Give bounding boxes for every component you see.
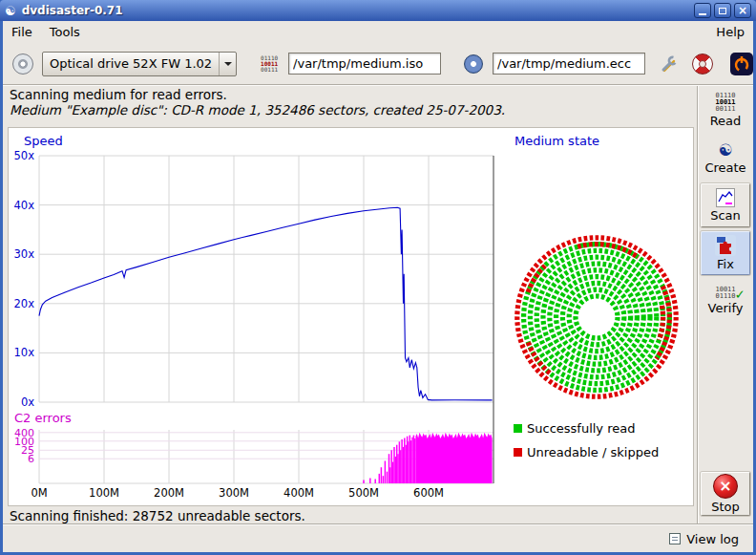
drive-button[interactable]: [9, 48, 37, 80]
chevron-down-icon: [219, 53, 236, 75]
binary-icon: 01110 10011 00111: [715, 93, 735, 113]
x-axis-tick: 200M: [154, 486, 184, 500]
fix-button[interactable]: Fix: [701, 231, 750, 275]
menu-tools[interactable]: Tools: [41, 22, 89, 42]
iso-image-icon: 01110 10011 00111: [261, 55, 278, 73]
menu-help[interactable]: Help: [707, 22, 753, 42]
status-area: Scanning medium for read errors. Medium …: [10, 87, 505, 117]
disc-ring-read: [562, 283, 630, 351]
legend-error-swatch: [514, 448, 522, 457]
speed-axis-tick: 0x: [21, 395, 34, 409]
menubar: File Tools Help: [3, 21, 753, 43]
menu-file[interactable]: File: [3, 22, 41, 42]
iso-file-button[interactable]: 01110 10011 00111: [255, 48, 284, 80]
speed-axis-tick: 20x: [14, 297, 35, 310]
iso-path-input[interactable]: [288, 53, 441, 75]
iso-icon-row: 00111: [261, 67, 278, 73]
power-icon: [730, 53, 753, 75]
scan-button[interactable]: Scan: [701, 183, 750, 227]
disc-ring-read: [543, 264, 650, 371]
scan-button-label: Scan: [710, 208, 741, 223]
scan-chart-icon: [716, 188, 735, 207]
disc-error-arc: [659, 306, 662, 340]
verify-button[interactable]: 10011 01110 ✓ Verify: [701, 279, 750, 323]
minimize-button[interactable]: [694, 3, 711, 18]
ecc-file-button[interactable]: [459, 48, 488, 80]
c2-errors-title: C2 errors: [14, 411, 72, 425]
status-message: Scanning medium for read errors.: [10, 87, 505, 102]
speed-axis-tick: 30x: [14, 247, 35, 261]
tools-button[interactable]: [655, 48, 683, 80]
maximize-icon: [719, 8, 726, 14]
minimize-icon: [699, 13, 706, 15]
x-axis-tick: 300M: [219, 486, 249, 500]
speed-axis-tick: 40x: [14, 199, 35, 212]
binary-row: 00111: [715, 106, 735, 113]
verify-button-label: Verify: [708, 301, 744, 315]
scan-result-status: Scanning finished: 28752 unreadable sect…: [10, 508, 305, 523]
verify-icon: 10011 01110 ✓: [715, 287, 735, 300]
toolbar-separator: [3, 84, 753, 86]
window-title: dvdisaster-0.71: [22, 4, 123, 17]
read-button[interactable]: 01110 10011 00111 Read: [701, 88, 750, 132]
drive-select-value: Optical drive 52X FW 1.02: [43, 56, 219, 71]
app-window: ☯ dvdisaster-0.71 × File Tools Help Opti…: [0, 0, 756, 555]
legend-read-swatch: [514, 424, 522, 433]
legend-read-label: Successfully read: [527, 421, 635, 436]
c2-axis-tick: 6: [28, 453, 34, 465]
view-log-label: View log: [686, 532, 739, 546]
yin-yang-icon: ☯: [718, 140, 732, 160]
view-log-button[interactable]: View log: [662, 529, 746, 549]
preferences-button[interactable]: [688, 48, 717, 80]
create-button[interactable]: ☯ Create: [701, 136, 750, 180]
legend-error-label: Unreadable / skipped: [527, 445, 659, 459]
disc-ring-read: [576, 296, 618, 338]
create-button-label: Create: [704, 160, 746, 175]
stop-button-label: Stop: [711, 500, 740, 514]
toolbar: Optical drive 52X FW 1.02 01110 10011 00…: [3, 43, 753, 84]
ecc-file-icon: [464, 54, 483, 74]
titlebar[interactable]: ☯ dvdisaster-0.71 ×: [0, 0, 756, 21]
optical-disc-icon: [12, 53, 33, 75]
x-axis-tick: 600M: [413, 486, 444, 500]
speed-axis-tick: 50x: [14, 149, 35, 162]
wrench-icon: [659, 53, 680, 75]
drive-select[interactable]: Optical drive 52X FW 1.02: [42, 52, 237, 76]
footer: View log: [3, 525, 753, 552]
speed-axis-tick: 10x: [14, 346, 35, 359]
charts-svg: Speed Medium state C2 errors 0M100M200M3…: [9, 128, 693, 505]
log-icon: [669, 533, 681, 544]
puzzle-icon: [715, 235, 736, 256]
fix-button-label: Fix: [717, 257, 734, 271]
medium-state-title: Medium state: [514, 134, 599, 148]
sidebar-separator: [697, 86, 699, 523]
close-icon: ×: [738, 5, 747, 16]
chart-panel: Speed Medium state C2 errors 0M100M200M3…: [8, 127, 694, 506]
binary-row: 01110: [715, 293, 735, 300]
x-axis-tick: 400M: [284, 486, 314, 500]
close-button[interactable]: ×: [734, 3, 751, 18]
stop-icon: ×: [713, 474, 738, 499]
x-axis-tick: 0M: [31, 486, 47, 500]
window-controls: ×: [694, 3, 751, 18]
x-axis-tick: 500M: [348, 486, 379, 500]
checkmark-icon: ✓: [736, 288, 745, 302]
read-button-label: Read: [710, 114, 742, 128]
preferences-icon: [692, 53, 713, 75]
medium-info: Medium "Example disc": CD-R mode 1, 3524…: [10, 102, 505, 117]
app-icon: ☯: [5, 5, 16, 17]
ecc-path-input[interactable]: [493, 53, 645, 75]
stop-button[interactable]: × Stop: [701, 472, 750, 516]
quit-button[interactable]: [727, 48, 756, 80]
speed-chart-title: Speed: [24, 134, 63, 148]
x-axis-tick: 100M: [89, 486, 119, 500]
c2-area: [415, 433, 492, 483]
maximize-button[interactable]: [714, 3, 731, 18]
